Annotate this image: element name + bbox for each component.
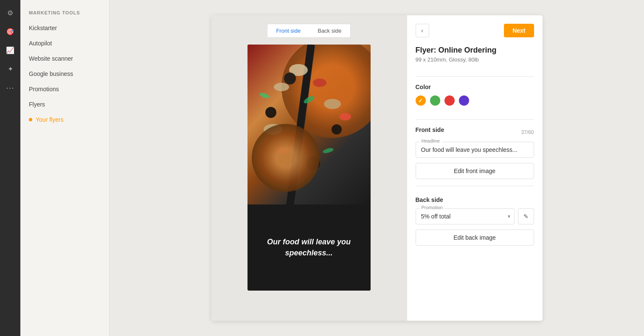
sidebar-item-label: Kickstarter (29, 25, 57, 31)
divider-2 (416, 119, 534, 120)
svg-point-9 (313, 78, 326, 87)
promotion-select[interactable]: 5% off total 10% off total Free delivery (416, 208, 515, 224)
char-count: 37/60 (521, 129, 534, 135)
svg-point-4 (264, 124, 282, 135)
flyer-subtitle: 99 x 210mm, Glossy, 80lb (416, 56, 534, 63)
color-swatch-green[interactable] (430, 95, 440, 106)
svg-point-10 (339, 113, 351, 120)
divider-3 (416, 186, 534, 186)
chart-icon[interactable]: 📈 (3, 42, 18, 58)
flyer-editor-card: Front side Back side (211, 15, 543, 321)
sidebar-item-label: Promotions (29, 86, 59, 92)
sidebar-item-label: Autopilot (29, 40, 52, 47)
settings-magic-icon[interactable]: ✦ (3, 61, 18, 76)
active-dot-icon (29, 118, 32, 121)
sidebar-section-title: MARKETING TOOLS (20, 7, 109, 20)
svg-point-2 (274, 83, 289, 91)
promotion-row: Promotion 5% off total 10% off total Fre… (416, 208, 534, 224)
icon-sidebar: ⚙ 🎯 📈 ✦ ··· (0, 0, 20, 336)
front-side-label: Front side (416, 126, 444, 133)
target-icon[interactable]: 🎯 (3, 24, 18, 39)
color-swatch-orange[interactable] (416, 95, 426, 106)
color-swatch-red[interactable] (444, 95, 455, 106)
svg-point-5 (284, 73, 296, 84)
svg-point-8 (332, 124, 342, 134)
svg-point-3 (324, 99, 341, 109)
promotion-float-label: Promotion (420, 205, 444, 210)
color-swatches (416, 95, 534, 106)
preview-panel: Front side Back side (211, 15, 407, 321)
flyer-title: Flyer: Online Ordering (416, 46, 534, 55)
back-button[interactable]: ‹ (416, 24, 429, 37)
back-side-section: Back side Promotion 5% off total 10% off… (416, 196, 534, 246)
sidebar-item-label: Flyers (29, 101, 45, 108)
next-button[interactable]: Next (504, 24, 534, 37)
tab-bar: Front side Back side (267, 24, 350, 38)
gear-icon[interactable]: ⚙ (3, 5, 18, 20)
back-side-label: Back side (416, 196, 534, 203)
pencil-icon: ✎ (523, 213, 529, 220)
color-swatch-purple[interactable] (459, 95, 469, 106)
more-icon[interactable]: ··· (3, 80, 18, 95)
tab-front-side[interactable]: Front side (267, 24, 309, 38)
color-section-label: Color (416, 84, 534, 90)
svg-point-6 (265, 107, 276, 118)
svg-point-11 (275, 147, 288, 154)
svg-point-14 (322, 147, 334, 154)
edit-back-image-button[interactable]: Edit back image (416, 230, 534, 246)
settings-panel: ‹ Next Flyer: Online Ordering 99 x 210mm… (407, 15, 543, 321)
main-content: Front side Back side (110, 0, 644, 336)
flyer-image-container: Our food will leave you speechless... (247, 45, 371, 291)
headline-float-label: Headline (420, 138, 442, 143)
svg-point-13 (259, 92, 270, 99)
sidebar-item-your-flyers[interactable]: Your flyers (20, 112, 109, 127)
sidebar-item-label: Your flyers (36, 116, 64, 123)
promotion-select-wrap: Promotion 5% off total 10% off total Fre… (416, 208, 515, 224)
flyer-pizza-bg (247, 45, 371, 204)
pizza-svg-overlay (247, 45, 371, 204)
sidebar-item-flyers[interactable]: Flyers (20, 97, 109, 112)
headline-input[interactable] (416, 142, 534, 158)
divider-1 (416, 76, 534, 77)
headline-field-group: Headline (416, 142, 534, 158)
flyer-tagline: Our food will leave you speechless... (256, 237, 362, 258)
sidebar-item-label: Website scanner (29, 55, 73, 62)
tab-back-side[interactable]: Back side (309, 24, 350, 37)
sidebar-item-google-business[interactable]: Google business (20, 66, 109, 81)
sidebar-item-label: Google business (29, 70, 73, 77)
sidebar-item-autopilot[interactable]: Autopilot (20, 36, 109, 51)
sidebar-item-kickstarter[interactable]: Kickstarter (20, 20, 109, 36)
sidebar-item-promotions[interactable]: Promotions (20, 81, 109, 97)
edit-promotion-icon-button[interactable]: ✎ (518, 208, 534, 224)
sidebar-item-website-scanner[interactable]: Website scanner (20, 51, 109, 66)
flyer-bottom: Our food will leave you speechless... (247, 204, 371, 291)
left-sidebar: MARKETING TOOLS Kickstarter Autopilot We… (20, 0, 110, 336)
svg-point-7 (307, 157, 320, 170)
edit-front-image-button[interactable]: Edit front image (416, 163, 534, 179)
settings-header: ‹ Next (416, 24, 534, 37)
pizza-visual (247, 45, 371, 204)
front-side-header: Front side 37/60 (416, 126, 534, 138)
